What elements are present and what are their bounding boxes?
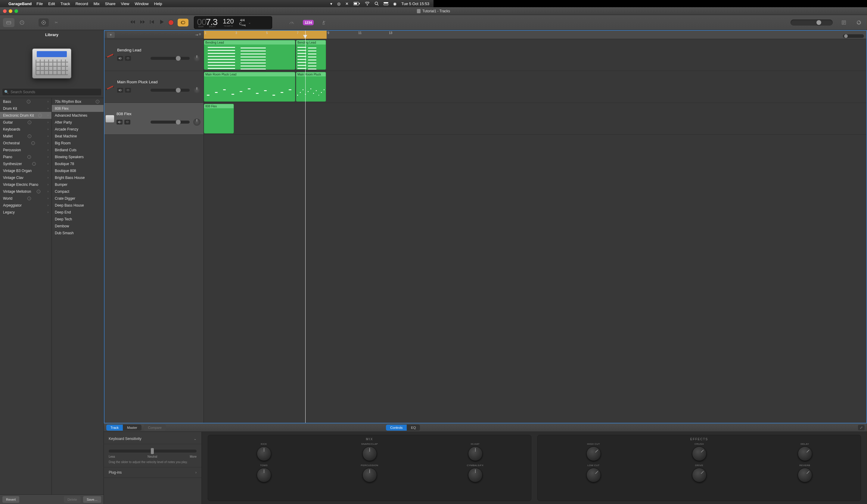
category-row[interactable]: Arpeggiator› bbox=[0, 202, 52, 209]
quick-help-button[interactable]: ? bbox=[17, 18, 27, 27]
menu-mix[interactable]: Mix bbox=[94, 1, 100, 6]
track-lane[interactable]: 808 Flex bbox=[204, 103, 434, 135]
category-row[interactable]: Synthesizer↓› bbox=[0, 160, 52, 167]
category-row[interactable]: Vintage B3 Organ› bbox=[0, 167, 52, 174]
patch-row[interactable]: Birdland Cuts bbox=[52, 146, 104, 153]
mute-button[interactable] bbox=[117, 120, 122, 124]
play-button[interactable] bbox=[159, 19, 164, 25]
patch-row[interactable]: After Party bbox=[52, 119, 104, 126]
category-row[interactable]: Legacy› bbox=[0, 209, 52, 216]
download-icon[interactable]: ↓ bbox=[28, 121, 31, 124]
menu-share[interactable]: Share bbox=[105, 1, 116, 6]
menu-help[interactable]: Help bbox=[154, 1, 162, 6]
solo-button[interactable] bbox=[125, 88, 131, 92]
cycle-region[interactable] bbox=[204, 31, 327, 39]
forward-button[interactable] bbox=[140, 19, 145, 25]
rewind-button[interactable] bbox=[130, 19, 136, 25]
lcd-signature[interactable]: 4/4 Cmaj bbox=[239, 18, 246, 26]
menu-file[interactable]: File bbox=[36, 1, 43, 6]
category-row[interactable]: Electronic Drum Kit↓› bbox=[0, 112, 52, 119]
playhead[interactable] bbox=[305, 31, 306, 252]
menu-record[interactable]: Record bbox=[76, 1, 88, 6]
download-icon[interactable]: ↓ bbox=[28, 155, 31, 159]
download-icon[interactable]: ↓ bbox=[37, 190, 40, 193]
download-icon[interactable]: ↓ bbox=[28, 197, 31, 200]
track-pan-knob[interactable] bbox=[193, 87, 201, 94]
download-icon[interactable]: ↓ bbox=[38, 114, 42, 117]
mute-button[interactable] bbox=[117, 56, 123, 61]
category-row[interactable]: Vintage Clav› bbox=[0, 174, 52, 181]
metronome-button[interactable] bbox=[319, 18, 329, 27]
category-row[interactable]: Bass↓› bbox=[0, 98, 52, 105]
patch-row[interactable]: Advanced Machines bbox=[52, 112, 104, 119]
category-row[interactable]: Mallet↓› bbox=[0, 133, 52, 140]
download-icon[interactable]: ↓ bbox=[96, 100, 99, 103]
track-header[interactable]: 808 Flex bbox=[105, 103, 204, 135]
patch-row[interactable]: Dembow bbox=[52, 222, 104, 229]
menu-edit[interactable]: Edit bbox=[48, 1, 55, 6]
category-row[interactable]: Guitar↓› bbox=[0, 119, 52, 126]
track-lane[interactable]: Bending LeadBending Lead bbox=[204, 39, 434, 71]
library-toggle-button[interactable] bbox=[3, 18, 14, 27]
patch-row[interactable]: Blowing Speakers bbox=[52, 153, 104, 160]
patch-row[interactable]: Crate Digger bbox=[52, 195, 104, 202]
track-header[interactable]: Bending Lead bbox=[105, 39, 204, 71]
battery-icon[interactable] bbox=[353, 2, 360, 6]
smart-controls-toggle-button[interactable] bbox=[39, 18, 49, 27]
patch-row[interactable]: Bumper bbox=[52, 181, 104, 188]
patch-row[interactable]: Boutique 808 bbox=[52, 167, 104, 174]
category-row[interactable]: Vintage Electric Piano› bbox=[0, 181, 52, 188]
editors-toggle-button[interactable]: ✂ bbox=[51, 18, 61, 27]
download-icon[interactable]: ↓ bbox=[31, 141, 35, 145]
timeline-area[interactable]: 135791113 Bending LeadBending LeadMain R… bbox=[204, 31, 434, 252]
category-row[interactable]: Piano↓› bbox=[0, 153, 52, 160]
patch-row[interactable]: 808 Flex bbox=[52, 105, 104, 112]
window-minimize-button[interactable] bbox=[9, 9, 12, 13]
category-row[interactable]: Drum Kit› bbox=[0, 105, 52, 112]
tuner-button[interactable] bbox=[287, 18, 297, 27]
track-pan-knob[interactable] bbox=[193, 55, 201, 62]
library-search-input[interactable]: 🔍 Search Sounds bbox=[2, 89, 101, 95]
midi-region[interactable]: 808 Flex bbox=[204, 104, 234, 133]
count-in-button[interactable]: 1234 bbox=[303, 20, 314, 25]
patch-row[interactable]: Bright Bass House bbox=[52, 174, 104, 181]
status-icon[interactable]: ✕ bbox=[345, 1, 349, 6]
solo-button[interactable] bbox=[125, 56, 131, 61]
library-patch-column[interactable]: 70s Rhythm Box↓808 FlexAdvanced Machines… bbox=[52, 98, 104, 252]
lcd-mode-chevron-icon[interactable]: ⌄ bbox=[248, 20, 251, 25]
track-pan-knob[interactable] bbox=[193, 119, 201, 126]
patch-row[interactable]: Beat Machine bbox=[52, 133, 104, 140]
control-center-icon[interactable] bbox=[384, 2, 388, 6]
download-icon[interactable]: ↓ bbox=[28, 134, 31, 138]
patch-row[interactable]: Boutique 78 bbox=[52, 160, 104, 167]
spotlight-icon[interactable] bbox=[374, 1, 379, 6]
menu-track[interactable]: Track bbox=[61, 1, 70, 6]
mute-button[interactable] bbox=[117, 88, 123, 92]
library-category-column[interactable]: Bass↓›Drum Kit›Electronic Drum Kit↓›Guit… bbox=[0, 98, 52, 252]
track-volume-slider[interactable] bbox=[151, 89, 190, 92]
category-row[interactable]: World↓› bbox=[0, 195, 52, 202]
lcd-tempo[interactable]: 120 bbox=[223, 18, 234, 25]
track-volume-slider[interactable] bbox=[151, 121, 190, 124]
download-icon[interactable]: ↓ bbox=[32, 162, 36, 166]
app-menu[interactable]: GarageBand bbox=[8, 1, 32, 6]
patch-row[interactable]: Deep Bass House bbox=[52, 202, 104, 209]
solo-button[interactable] bbox=[124, 120, 130, 124]
add-track-button[interactable]: ＋ bbox=[107, 32, 115, 38]
cycle-button[interactable] bbox=[178, 19, 189, 26]
menu-datetime[interactable]: Tue 5 Oct 15:53 bbox=[401, 1, 429, 6]
category-row[interactable]: Keyboards› bbox=[0, 126, 52, 133]
vlc-icon[interactable]: ▾ bbox=[330, 1, 332, 6]
timeline-ruler[interactable]: 135791113 bbox=[204, 31, 434, 39]
category-row[interactable]: Orchestral↓› bbox=[0, 140, 52, 146]
go-to-beginning-button[interactable] bbox=[149, 19, 155, 25]
category-row[interactable]: Percussion› bbox=[0, 146, 52, 153]
creative-cloud-icon[interactable]: ◎ bbox=[337, 1, 341, 6]
download-icon[interactable]: ↓ bbox=[27, 100, 30, 103]
track-header-config-button[interactable]: ⇥⚙ bbox=[195, 33, 201, 37]
midi-region[interactable]: Main Room Pluck bbox=[296, 72, 326, 102]
patch-row[interactable]: 70s Rhythm Box↓ bbox=[52, 98, 104, 105]
patch-row[interactable]: Deep Tech bbox=[52, 216, 104, 222]
lcd-display[interactable]: 007.3 BARBEAT 120 TEMPO 4/4 Cmaj ⌄ bbox=[194, 16, 272, 29]
midi-region[interactable]: Bending Lead bbox=[204, 40, 295, 70]
